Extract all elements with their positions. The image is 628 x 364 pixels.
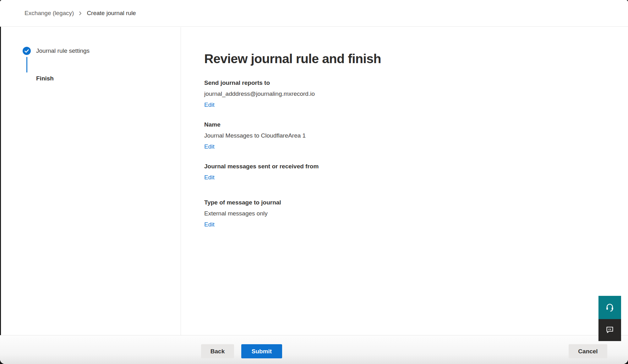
content-row: Journal rule settings Finish Review jour…	[0, 27, 628, 335]
support-widget	[598, 296, 621, 341]
feedback-button[interactable]	[598, 319, 621, 341]
wizard-step-label: Finish	[36, 75, 54, 82]
back-button[interactable]: Back	[201, 344, 234, 358]
section-value: External messages only	[204, 209, 609, 218]
step-connector-line	[26, 57, 27, 73]
wizard-step-finish[interactable]: Finish	[23, 74, 181, 83]
review-section-name: Name Journal Messages to CloudflareArea …	[204, 121, 609, 151]
edit-link[interactable]: Edit	[204, 101, 215, 109]
section-value: journal_adddress@journaling.mxrecord.io	[204, 90, 609, 98]
section-label: Type of message to journal	[204, 198, 609, 207]
edit-link[interactable]: Edit	[204, 173, 215, 182]
create-journal-rule-page: Exchange (legacy) Create journal rule Jo…	[0, 0, 628, 364]
wizard-step-label: Journal rule settings	[36, 47, 90, 54]
step-current-dot-icon	[23, 74, 31, 83]
breadcrumb-link-exchange-legacy[interactable]: Exchange (legacy)	[25, 10, 74, 17]
review-panel: Review journal rule and finish Send jour…	[181, 27, 628, 335]
left-edge-strip	[0, 27, 1, 335]
breadcrumb: Exchange (legacy) Create journal rule	[25, 10, 136, 17]
headset-icon	[605, 302, 615, 313]
wizard-step-journal-rule-settings[interactable]: Journal rule settings	[23, 47, 181, 55]
page-header: Exchange (legacy) Create journal rule	[0, 0, 628, 27]
footer-action-bar: Back Submit Cancel	[0, 335, 628, 364]
section-value: Journal Messages to CloudflareArea 1	[204, 132, 609, 140]
section-label: Send journal reports to	[204, 79, 609, 87]
edit-link[interactable]: Edit	[204, 143, 215, 151]
page-title: Review journal rule and finish	[204, 51, 609, 67]
review-section-message-type: Type of message to journal External mess…	[204, 198, 609, 229]
submit-button[interactable]: Submit	[241, 344, 282, 358]
review-section-journal-scope: Journal messages sent or received from E…	[204, 162, 609, 182]
cancel-button[interactable]: Cancel	[569, 344, 607, 358]
review-section-send-reports-to: Send journal reports to journal_adddress…	[204, 79, 609, 109]
help-support-button[interactable]	[598, 296, 621, 319]
section-label: Name	[204, 121, 609, 129]
breadcrumb-current: Create journal rule	[87, 10, 136, 17]
edit-link[interactable]: Edit	[204, 220, 215, 229]
wizard-steps-sidebar: Journal rule settings Finish	[0, 27, 181, 335]
step-completed-check-icon	[23, 47, 31, 55]
chevron-right-icon	[78, 11, 82, 15]
feedback-icon	[605, 325, 614, 335]
section-label: Journal messages sent or received from	[204, 162, 609, 171]
